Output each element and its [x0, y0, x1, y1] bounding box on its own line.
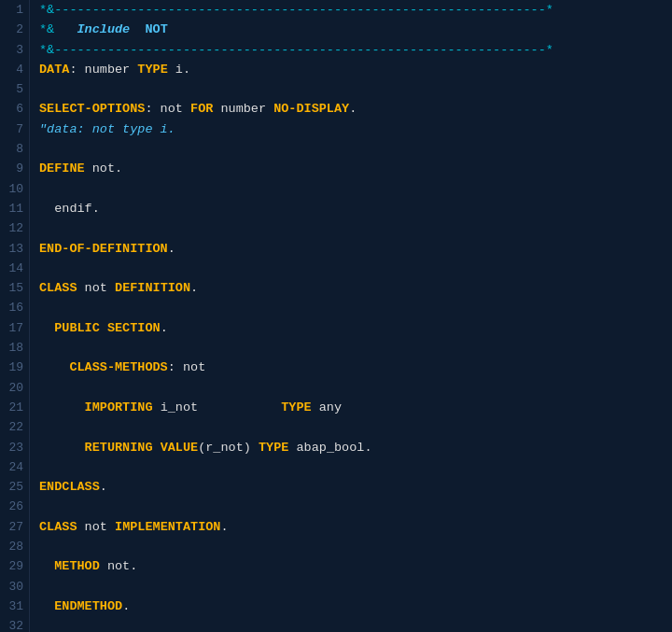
- token: FOR: [190, 102, 213, 116]
- token: [130, 22, 145, 36]
- token: SELECT-OPTIONS: [39, 102, 145, 116]
- token: TYPE: [281, 400, 311, 414]
- code-line-28: [39, 537, 672, 556]
- line-number-25: 25: [0, 477, 29, 497]
- code-line-12: [39, 218, 672, 238]
- token: DEFINE: [39, 162, 85, 176]
- token: CLASS: [39, 520, 77, 534]
- line-number-32: 32: [0, 616, 29, 632]
- token: DEFINITION: [115, 281, 190, 295]
- line-number-20: 20: [0, 378, 29, 398]
- token: VALUE: [161, 441, 199, 455]
- token: NO-DISPLAY: [273, 102, 349, 116]
- code-line-21: IMPORTING i_not TYPE any: [39, 398, 672, 417]
- token: ENDMETHOD: [39, 599, 122, 613]
- code-line-7: "data: not type i.: [39, 119, 672, 139]
- token: TYPE: [259, 441, 288, 455]
- token: .: [190, 281, 198, 295]
- line-number-8: 8: [0, 139, 29, 159]
- token: *&--------------------------------------…: [39, 43, 553, 57]
- token: : number: [69, 63, 137, 77]
- line-number-7: 7: [0, 119, 29, 139]
- token: NOT: [145, 22, 167, 36]
- token: : not: [145, 102, 190, 116]
- line-number-30: 30: [0, 577, 29, 597]
- token: i_not: [153, 400, 282, 414]
- code-line-2: *& Include NOT: [39, 20, 672, 39]
- code-line-10: [39, 179, 672, 199]
- code-editor: 1234567891011121314151617181920212223242…: [0, 0, 672, 632]
- token: METHOD: [39, 559, 100, 573]
- line-number-14: 14: [0, 259, 29, 278]
- code-line-16: [39, 298, 672, 317]
- line-number-28: 28: [0, 537, 29, 556]
- token: i.: [168, 63, 190, 77]
- code-line-11: endif.: [39, 199, 672, 218]
- code-line-26: [39, 497, 672, 516]
- line-numbers: 1234567891011121314151617181920212223242…: [0, 0, 30, 632]
- line-number-6: 6: [0, 99, 29, 119]
- token: *&: [39, 22, 77, 36]
- line-number-10: 10: [0, 179, 29, 199]
- token: *&--------------------------------------…: [39, 3, 553, 17]
- token: IMPLEMENTATION: [115, 520, 220, 534]
- line-number-26: 26: [0, 497, 29, 516]
- code-line-30: [39, 577, 672, 597]
- token: CLASS-METHODS: [39, 360, 168, 374]
- token: endif.: [39, 202, 100, 216]
- code-line-27: CLASS not IMPLEMENTATION.: [39, 517, 672, 537]
- code-line-31: ENDMETHOD.: [39, 597, 672, 616]
- line-number-18: 18: [0, 338, 29, 358]
- code-line-3: *&--------------------------------------…: [39, 40, 672, 60]
- code-line-17: PUBLIC SECTION.: [39, 318, 672, 338]
- token: IMPORTING: [39, 400, 153, 414]
- line-number-3: 3: [0, 40, 29, 60]
- token: .: [220, 520, 228, 534]
- line-number-13: 13: [0, 239, 29, 259]
- token: .: [100, 480, 107, 494]
- token: "data: not type i.: [39, 122, 175, 136]
- token: SECTION: [107, 321, 161, 335]
- code-line-5: [39, 79, 672, 99]
- line-number-23: 23: [0, 438, 29, 457]
- line-number-17: 17: [0, 318, 29, 338]
- token: .: [168, 242, 175, 256]
- token: not.: [100, 559, 138, 573]
- line-number-22: 22: [0, 417, 29, 437]
- line-number-15: 15: [0, 278, 29, 298]
- code-line-4: DATA: number TYPE i.: [39, 60, 672, 79]
- token: .: [161, 321, 168, 335]
- token: not: [77, 520, 116, 534]
- token: any: [312, 400, 342, 414]
- code-line-19: CLASS-METHODS: not: [39, 358, 672, 377]
- token: ENDCLASS: [39, 480, 100, 494]
- code-line-25: ENDCLASS.: [39, 477, 672, 497]
- token: not.: [85, 162, 123, 176]
- code-line-9: DEFINE not.: [39, 159, 672, 178]
- token: .: [349, 102, 357, 116]
- line-number-11: 11: [0, 199, 29, 218]
- code-line-13: END-OF-DEFINITION.: [39, 239, 672, 259]
- line-number-21: 21: [0, 398, 29, 417]
- code-line-22: [39, 417, 672, 437]
- code-line-1: *&--------------------------------------…: [39, 0, 672, 20]
- line-number-1: 1: [0, 0, 29, 20]
- token: number: [213, 102, 273, 116]
- line-number-5: 5: [0, 79, 29, 99]
- line-number-31: 31: [0, 597, 29, 616]
- token: RETURNING: [39, 441, 153, 455]
- code-line-14: [39, 259, 672, 278]
- token: (r_not): [198, 441, 259, 455]
- line-number-4: 4: [0, 60, 29, 79]
- token: END-OF-DEFINITION: [39, 242, 168, 256]
- code-area[interactable]: *&--------------------------------------…: [30, 0, 672, 632]
- token: CLASS: [39, 281, 77, 295]
- token: abap_bool.: [288, 441, 371, 455]
- code-line-15: CLASS not DEFINITION.: [39, 278, 672, 298]
- code-line-32: [39, 616, 672, 632]
- line-number-29: 29: [0, 556, 29, 576]
- line-number-2: 2: [0, 20, 29, 39]
- token: Include: [77, 22, 131, 36]
- line-number-16: 16: [0, 298, 29, 317]
- line-number-12: 12: [0, 218, 29, 238]
